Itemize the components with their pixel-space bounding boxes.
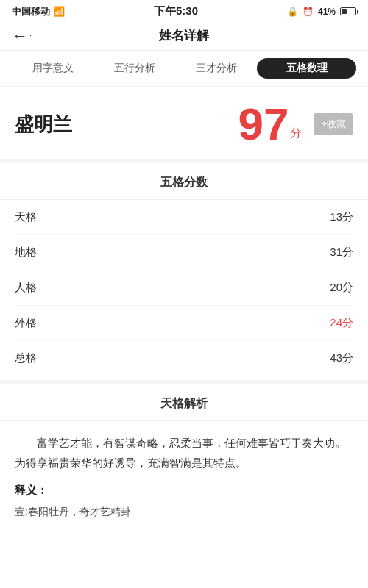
score-row-tiange: 天格 13分	[15, 200, 353, 235]
time-label: 下午5:30	[154, 4, 198, 18]
tab-wuge[interactable]: 五格数理	[257, 58, 356, 79]
back-dot: ·	[29, 32, 32, 40]
carrier-label: 中国移动	[12, 5, 50, 18]
waige-value: 24分	[330, 316, 353, 330]
wifi-icon: 📶	[53, 6, 65, 17]
status-left: 中国移动 📶	[12, 5, 65, 18]
score-list: 天格 13分 地格 31分 人格 20分 外格 24分 总格 43分	[0, 200, 368, 376]
score-row-waige: 外格 24分	[15, 306, 353, 341]
status-right: 🔒 ⏰ 41%	[287, 7, 356, 17]
score-number: 97	[238, 101, 289, 147]
dige-label: 地格	[15, 245, 37, 259]
wuge-section-title: 五格分数	[0, 163, 368, 200]
score-row-dige: 地格 31分	[15, 235, 353, 270]
page-title: 姓名详解	[159, 27, 209, 44]
tab-yongzi[interactable]: 用字意义	[12, 59, 93, 78]
lock-icon: 🔒	[287, 7, 298, 17]
analysis-section: 天格解析 富学艺才能，有智谋奇略，忍柔当事，任何难事皆巧于奏大功。为得享福贵荣华…	[0, 380, 368, 530]
tab-sancai[interactable]: 三才分析	[175, 59, 257, 78]
dige-value: 31分	[330, 245, 353, 259]
alarm-icon: ⏰	[302, 7, 314, 17]
renge-label: 人格	[15, 281, 37, 295]
tabs-container: 用字意义 五行分析 三才分析 五格数理	[0, 51, 368, 87]
shiyi-content: 壹:春阳牡丹，奇才艺精卦	[15, 503, 353, 521]
tiange-label: 天格	[15, 210, 37, 224]
battery-label: 41%	[318, 7, 336, 17]
waige-label: 外格	[15, 316, 37, 330]
score-unit: 分	[290, 126, 302, 147]
score-section: 盛明兰 97 分 +收藏	[0, 87, 368, 163]
tab-wuxing[interactable]: 五行分析	[93, 59, 175, 78]
zonge-value: 43分	[330, 351, 353, 365]
wuge-section: 五格分数 天格 13分 地格 31分 人格 20分 外格 24分 总格 43分	[0, 163, 368, 376]
back-arrow-icon: ←	[12, 26, 28, 46]
status-bar: 中国移动 📶 下午5:30 🔒 ⏰ 41%	[0, 0, 368, 21]
renge-value: 20分	[330, 281, 353, 295]
nav-bar: ← · 姓名详解	[0, 21, 368, 51]
battery-icon	[340, 7, 356, 15]
score-row-zonge: 总格 43分	[15, 341, 353, 376]
analysis-body: 富学艺才能，有智谋奇略，忍柔当事，任何难事皆巧于奏大功。为得享福贵荣华的好诱导，…	[0, 421, 368, 530]
analysis-title: 天格解析	[0, 384, 368, 421]
person-name: 盛明兰	[15, 112, 238, 137]
back-button[interactable]: ← ·	[12, 26, 32, 46]
score-row-renge: 人格 20分	[15, 270, 353, 306]
zonge-label: 总格	[15, 351, 37, 365]
analysis-text: 富学艺才能，有智谋奇略，忍柔当事，任何难事皆巧于奏大功。为得享福贵荣华的好诱导，…	[15, 433, 353, 473]
tiange-value: 13分	[330, 210, 353, 224]
favorite-button[interactable]: +收藏	[314, 113, 353, 135]
shiyi-title: 释义：	[15, 480, 353, 500]
